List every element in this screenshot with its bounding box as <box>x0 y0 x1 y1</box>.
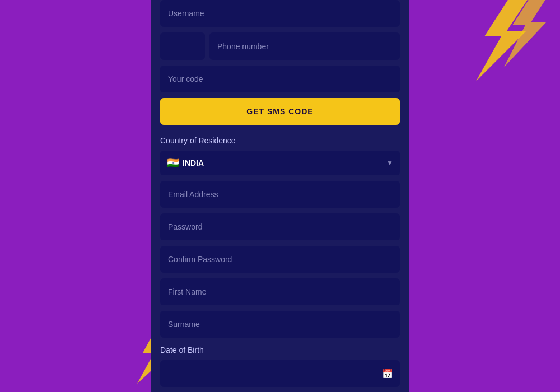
date-of-birth-input[interactable]: 15-01-2005 <box>160 360 400 387</box>
phone-row: +91 <box>160 32 400 60</box>
sms-code-input[interactable] <box>160 66 400 92</box>
registration-form: +91 GET SMS CODE Country of Residence 🇮🇳… <box>151 0 409 392</box>
phone-code-input[interactable]: +91 <box>160 32 205 60</box>
date-of-birth-wrapper: 15-01-2005 📅 <box>160 360 400 387</box>
country-label: Country of Residence <box>160 136 400 145</box>
password-input[interactable] <box>160 213 400 240</box>
first-name-input[interactable] <box>160 278 400 305</box>
country-select-wrapper: 🇮🇳 INDIA ▼ <box>160 151 400 175</box>
username-input[interactable] <box>160 0 400 27</box>
country-select[interactable]: INDIA <box>160 151 400 175</box>
date-of-birth-label: Date of Birth <box>160 346 400 354</box>
phone-number-input[interactable] <box>209 32 400 60</box>
surname-input[interactable] <box>160 311 400 338</box>
get-sms-code-button[interactable]: GET SMS CODE <box>160 98 400 125</box>
lightning-decoration-top-right <box>442 0 554 84</box>
email-input[interactable] <box>160 181 400 208</box>
confirm-password-input[interactable] <box>160 246 400 273</box>
